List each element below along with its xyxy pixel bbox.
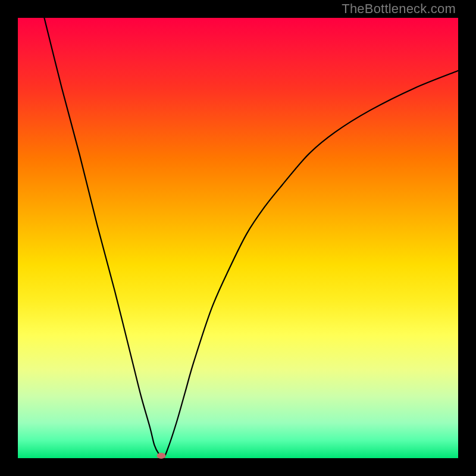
- curve-svg: [18, 18, 458, 458]
- watermark-text: TheBottleneck.com: [342, 1, 456, 17]
- plot-area: [18, 18, 458, 458]
- bottleneck-curve: [44, 18, 458, 458]
- chart-frame: TheBottleneck.com: [0, 0, 476, 476]
- minimum-dot: [156, 453, 165, 459]
